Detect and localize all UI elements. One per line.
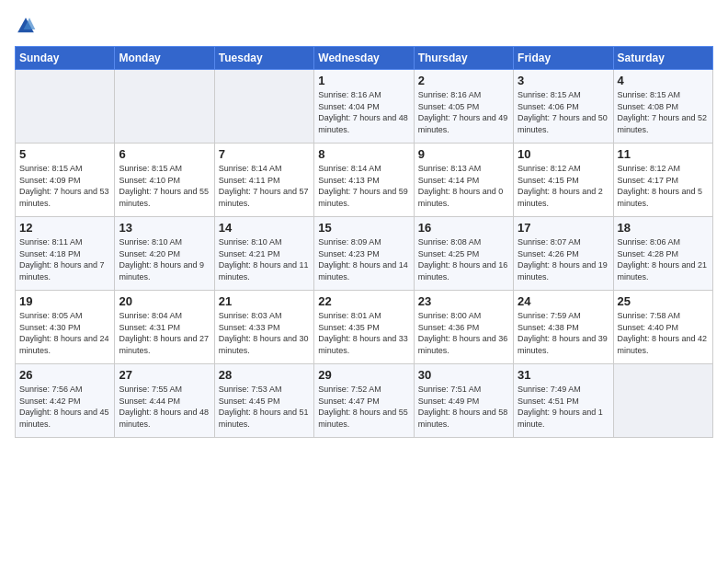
day-number: 16 [418, 221, 509, 235]
day-info: Sunrise: 8:14 AM Sunset: 4:13 PM Dayligh… [318, 163, 409, 209]
day-info: Sunrise: 8:11 AM Sunset: 4:18 PM Dayligh… [19, 236, 110, 282]
calendar-cell: 29Sunrise: 7:52 AM Sunset: 4:47 PM Dayli… [314, 364, 414, 438]
calendar-cell [115, 70, 214, 144]
calendar-cell: 10Sunrise: 8:12 AM Sunset: 4:15 PM Dayli… [514, 144, 613, 217]
day-number: 27 [119, 368, 210, 382]
day-number: 12 [19, 221, 110, 235]
day-info: Sunrise: 7:56 AM Sunset: 4:42 PM Dayligh… [19, 384, 110, 430]
day-info: Sunrise: 8:08 AM Sunset: 4:25 PM Dayligh… [418, 236, 509, 282]
day-info: Sunrise: 8:04 AM Sunset: 4:31 PM Dayligh… [119, 310, 210, 356]
calendar-week-row: 12Sunrise: 8:11 AM Sunset: 4:18 PM Dayli… [16, 217, 713, 291]
weekday-header-thursday: Thursday [414, 47, 513, 70]
day-info: Sunrise: 8:15 AM Sunset: 4:09 PM Dayligh… [19, 163, 110, 209]
calendar-cell: 22Sunrise: 8:01 AM Sunset: 4:35 PM Dayli… [314, 291, 414, 364]
logo-icon [15, 15, 37, 37]
day-info: Sunrise: 8:16 AM Sunset: 4:05 PM Dayligh… [418, 89, 509, 135]
day-info: Sunrise: 8:10 AM Sunset: 4:21 PM Dayligh… [219, 236, 310, 282]
calendar-cell: 27Sunrise: 7:55 AM Sunset: 4:44 PM Dayli… [115, 364, 214, 438]
day-number: 18 [618, 221, 709, 235]
calendar-cell: 21Sunrise: 8:03 AM Sunset: 4:33 PM Dayli… [214, 291, 313, 364]
day-number: 1 [318, 74, 409, 87]
weekday-header-tuesday: Tuesday [214, 47, 313, 70]
weekday-header-saturday: Saturday [613, 47, 712, 70]
calendar-cell: 9Sunrise: 8:13 AM Sunset: 4:14 PM Daylig… [414, 144, 513, 217]
calendar-week-row: 1Sunrise: 8:16 AM Sunset: 4:04 PM Daylig… [16, 70, 713, 144]
calendar-cell [16, 70, 115, 144]
day-number: 8 [318, 147, 409, 161]
day-number: 20 [119, 294, 210, 308]
calendar-cell: 31Sunrise: 7:49 AM Sunset: 4:51 PM Dayli… [514, 364, 613, 438]
day-info: Sunrise: 7:55 AM Sunset: 4:44 PM Dayligh… [119, 384, 210, 430]
day-info: Sunrise: 8:16 AM Sunset: 4:04 PM Dayligh… [318, 89, 409, 135]
calendar-cell: 12Sunrise: 8:11 AM Sunset: 4:18 PM Dayli… [16, 217, 115, 291]
calendar-cell: 3Sunrise: 8:15 AM Sunset: 4:06 PM Daylig… [514, 70, 613, 144]
day-info: Sunrise: 7:59 AM Sunset: 4:38 PM Dayligh… [518, 310, 609, 356]
day-number: 23 [418, 294, 509, 308]
calendar-cell: 25Sunrise: 7:58 AM Sunset: 4:40 PM Dayli… [613, 291, 712, 364]
calendar-cell: 15Sunrise: 8:09 AM Sunset: 4:23 PM Dayli… [314, 217, 414, 291]
day-number: 29 [318, 368, 409, 382]
day-number: 5 [19, 147, 110, 161]
calendar-table: SundayMondayTuesdayWednesdayThursdayFrid… [15, 46, 713, 438]
day-number: 3 [518, 74, 609, 87]
day-number: 19 [19, 294, 110, 308]
day-number: 4 [618, 74, 709, 87]
calendar-cell: 14Sunrise: 8:10 AM Sunset: 4:21 PM Dayli… [214, 217, 313, 291]
day-number: 6 [119, 147, 210, 161]
calendar-cell: 4Sunrise: 8:15 AM Sunset: 4:08 PM Daylig… [613, 70, 712, 144]
day-info: Sunrise: 8:07 AM Sunset: 4:26 PM Dayligh… [518, 236, 609, 282]
calendar-week-row: 26Sunrise: 7:56 AM Sunset: 4:42 PM Dayli… [16, 364, 713, 438]
calendar-cell: 23Sunrise: 8:00 AM Sunset: 4:36 PM Dayli… [414, 291, 513, 364]
day-number: 10 [518, 147, 609, 161]
day-number: 24 [518, 294, 609, 308]
day-info: Sunrise: 8:15 AM Sunset: 4:08 PM Dayligh… [618, 89, 709, 135]
day-info: Sunrise: 8:10 AM Sunset: 4:20 PM Dayligh… [119, 236, 210, 282]
day-number: 21 [219, 294, 310, 308]
day-number: 26 [19, 368, 110, 382]
day-info: Sunrise: 7:58 AM Sunset: 4:40 PM Dayligh… [618, 310, 709, 356]
calendar-cell: 5Sunrise: 8:15 AM Sunset: 4:09 PM Daylig… [16, 144, 115, 217]
calendar-cell: 2Sunrise: 8:16 AM Sunset: 4:05 PM Daylig… [414, 70, 513, 144]
day-number: 17 [518, 221, 609, 235]
calendar-cell: 20Sunrise: 8:04 AM Sunset: 4:31 PM Dayli… [115, 291, 214, 364]
weekday-header-friday: Friday [514, 47, 613, 70]
weekday-header-sunday: Sunday [16, 47, 115, 70]
day-info: Sunrise: 8:01 AM Sunset: 4:35 PM Dayligh… [318, 310, 409, 356]
weekday-header-monday: Monday [115, 47, 214, 70]
day-info: Sunrise: 8:06 AM Sunset: 4:28 PM Dayligh… [618, 236, 709, 282]
calendar-cell: 8Sunrise: 8:14 AM Sunset: 4:13 PM Daylig… [314, 144, 414, 217]
day-number: 9 [418, 147, 509, 161]
day-info: Sunrise: 8:03 AM Sunset: 4:33 PM Dayligh… [219, 310, 310, 356]
day-info: Sunrise: 8:13 AM Sunset: 4:14 PM Dayligh… [418, 163, 509, 209]
day-info: Sunrise: 8:05 AM Sunset: 4:30 PM Dayligh… [19, 310, 110, 356]
calendar-cell [214, 70, 313, 144]
day-number: 2 [418, 74, 509, 87]
day-info: Sunrise: 7:52 AM Sunset: 4:47 PM Dayligh… [318, 384, 409, 430]
page-header [15, 15, 713, 37]
day-info: Sunrise: 8:15 AM Sunset: 4:06 PM Dayligh… [518, 89, 609, 135]
weekday-header-wednesday: Wednesday [314, 47, 414, 70]
day-info: Sunrise: 8:14 AM Sunset: 4:11 PM Dayligh… [219, 163, 310, 209]
calendar-cell: 17Sunrise: 8:07 AM Sunset: 4:26 PM Dayli… [514, 217, 613, 291]
day-number: 30 [418, 368, 509, 382]
calendar-cell: 24Sunrise: 7:59 AM Sunset: 4:38 PM Dayli… [514, 291, 613, 364]
day-number: 14 [219, 221, 310, 235]
day-number: 22 [318, 294, 409, 308]
day-number: 15 [318, 221, 409, 235]
calendar-cell: 1Sunrise: 8:16 AM Sunset: 4:04 PM Daylig… [314, 70, 414, 144]
day-info: Sunrise: 7:51 AM Sunset: 4:49 PM Dayligh… [418, 384, 509, 430]
calendar-cell: 30Sunrise: 7:51 AM Sunset: 4:49 PM Dayli… [414, 364, 513, 438]
day-number: 13 [119, 221, 210, 235]
day-number: 7 [219, 147, 310, 161]
calendar-cell: 7Sunrise: 8:14 AM Sunset: 4:11 PM Daylig… [214, 144, 313, 217]
day-number: 11 [618, 147, 709, 161]
calendar-cell: 13Sunrise: 8:10 AM Sunset: 4:20 PM Dayli… [115, 217, 214, 291]
day-info: Sunrise: 8:12 AM Sunset: 4:17 PM Dayligh… [618, 163, 709, 209]
calendar-cell: 6Sunrise: 8:15 AM Sunset: 4:10 PM Daylig… [115, 144, 214, 217]
calendar-cell: 19Sunrise: 8:05 AM Sunset: 4:30 PM Dayli… [16, 291, 115, 364]
calendar-cell [613, 364, 712, 438]
day-number: 31 [518, 368, 609, 382]
weekday-header-row: SundayMondayTuesdayWednesdayThursdayFrid… [16, 47, 713, 70]
calendar-cell: 28Sunrise: 7:53 AM Sunset: 4:45 PM Dayli… [214, 364, 313, 438]
day-info: Sunrise: 8:15 AM Sunset: 4:10 PM Dayligh… [119, 163, 210, 209]
